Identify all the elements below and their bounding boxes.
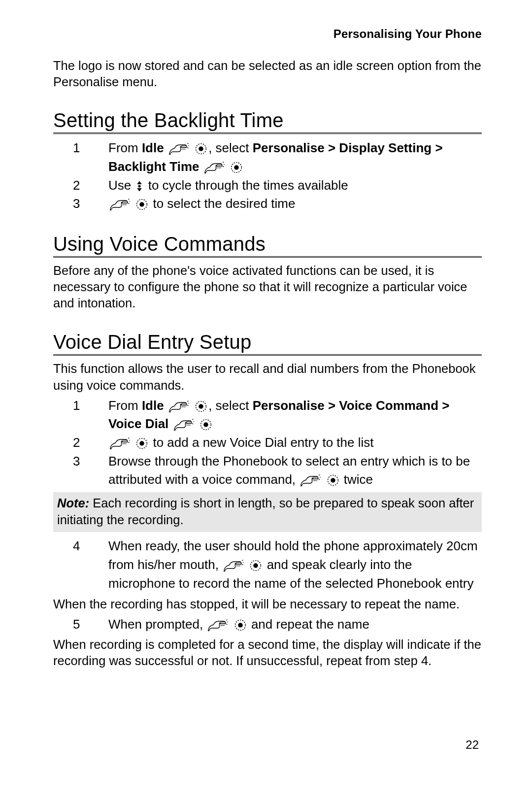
intro-paragraph: The logo is now stored and can be select… (53, 58, 482, 90)
step-number: 2 (73, 176, 108, 195)
nav-select-icon (200, 418, 212, 431)
step-text-part: and repeat the name (248, 617, 369, 632)
step-number: 1 (73, 397, 108, 415)
voice-dial-body: This function allows the user to recall … (53, 361, 482, 393)
step-item: 3 Browse through the Phonebook to select… (73, 452, 482, 489)
nav-select-icon (195, 142, 207, 155)
paragraph: When the recording has stopped, it will … (53, 596, 482, 612)
page: Personalising Your Phone The logo is now… (0, 0, 532, 804)
step-text-part: to select the desired time (149, 196, 295, 211)
step-text-part: , select (208, 398, 253, 413)
note-box: Note: Each recording is short in length,… (53, 492, 482, 532)
voice-dial-steps-c: 5 When prompted, and repeat the name (53, 615, 482, 634)
step-text-part: Browse through the Phonebook to select a… (108, 454, 470, 487)
page-number: 22 (466, 738, 479, 752)
step-text-part: to add a new Voice Dial entry to the lis… (149, 435, 373, 450)
step-item: 1 From Idle , select Personalise > Displ… (73, 139, 482, 176)
step-item: 4 When ready, the user should hold the p… (73, 537, 482, 593)
step-text: Use to cycle through the times available (108, 176, 482, 195)
press-key-hand-icon (109, 436, 130, 450)
step-text-part: twice (340, 472, 373, 487)
press-key-hand-icon (300, 473, 321, 487)
step-item: 2 to add a new Voice Dial entry to the l… (73, 434, 482, 452)
nav-select-icon (135, 198, 148, 211)
step-text: Browse through the Phonebook to select a… (108, 452, 482, 489)
step-text: to select the desired time (108, 195, 482, 213)
press-key-hand-icon (207, 618, 228, 632)
section-title-backlight: Setting the Backlight Time (53, 109, 482, 134)
step-text-part: From (108, 140, 142, 155)
nav-select-icon (135, 437, 148, 450)
step-text-part: , select (208, 140, 253, 155)
voice-dial-steps-b: 4 When ready, the user should hold the p… (53, 537, 482, 593)
nav-select-icon (249, 559, 262, 572)
step-text-part: When prompted, (108, 617, 206, 632)
step-item: 2 Use to cycle through the times availab… (73, 176, 482, 195)
nav-select-icon (234, 619, 247, 632)
nav-updown-icon (135, 180, 143, 193)
step-text-bold: Idle (142, 140, 164, 155)
step-number: 4 (73, 537, 108, 556)
step-text: From Idle , select Personalise > Display… (108, 139, 482, 176)
step-item: 3 to select the desired time (73, 195, 482, 213)
press-key-hand-icon (168, 399, 189, 413)
running-head: Personalising Your Phone (53, 27, 482, 41)
step-number: 3 (73, 195, 108, 213)
step-text: From Idle , select Personalise > Voice C… (108, 397, 482, 434)
press-key-hand-icon (223, 558, 244, 572)
press-key-hand-icon (173, 417, 194, 431)
note-body: Each recording is short in length, so be… (57, 496, 474, 527)
step-text: When ready, the user should hold the pho… (108, 537, 482, 593)
step-item: 5 When prompted, and repeat the name (73, 615, 482, 634)
section-title-voice-commands: Using Voice Commands (53, 233, 482, 258)
step-text: When prompted, and repeat the name (108, 615, 482, 634)
step-number: 2 (73, 434, 108, 452)
voice-commands-body: Before any of the phone's voice activate… (53, 263, 482, 311)
voice-dial-steps-a: 1 From Idle , select Personalise > Voice… (53, 397, 482, 489)
step-number: 3 (73, 452, 108, 471)
step-number: 5 (73, 615, 108, 634)
section-title-voice-dial: Voice Dial Entry Setup (53, 331, 482, 356)
nav-select-icon (195, 400, 207, 413)
nav-select-icon (327, 474, 339, 487)
step-text-part: Use (108, 178, 134, 193)
note-label: Note: (57, 496, 89, 510)
press-key-hand-icon (168, 141, 189, 155)
nav-select-icon (230, 161, 243, 174)
press-key-hand-icon (109, 197, 130, 211)
step-text-part: From (108, 398, 142, 413)
step-item: 1 From Idle , select Personalise > Voice… (73, 397, 482, 434)
paragraph: When recording is completed for a second… (53, 636, 482, 669)
step-text: to add a new Voice Dial entry to the lis… (108, 434, 482, 452)
press-key-hand-icon (204, 160, 225, 174)
step-number: 1 (73, 139, 108, 158)
backlight-steps: 1 From Idle , select Personalise > Displ… (53, 139, 482, 213)
step-text-part: to cycle through the times available (144, 178, 348, 193)
step-text-bold: Idle (142, 398, 164, 413)
